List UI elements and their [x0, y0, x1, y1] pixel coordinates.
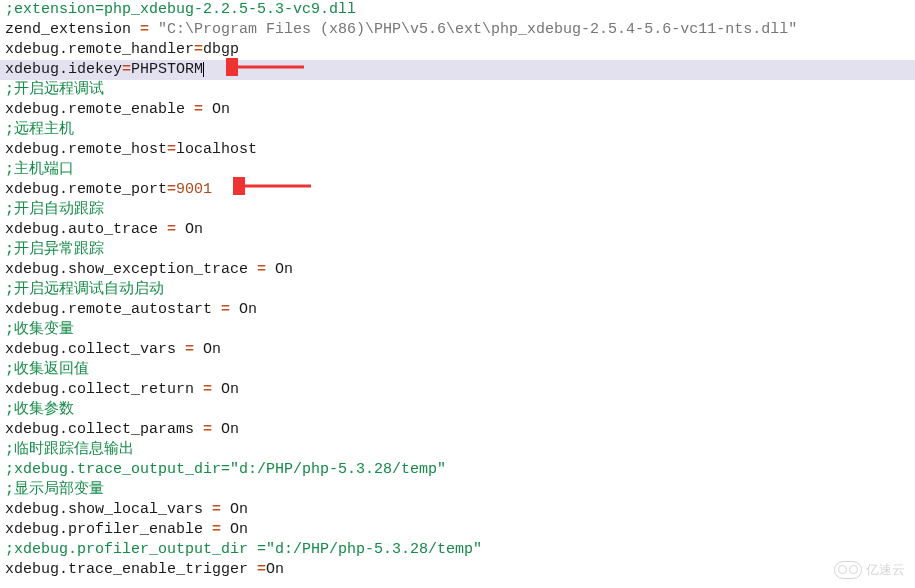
comment-text: ;xdebug.profiler_output_dir ="d:/PHP/php…: [5, 541, 482, 558]
equals-sign: =: [203, 521, 230, 538]
ini-key: xdebug.show_exception_trace: [5, 261, 248, 278]
equals-sign: =: [194, 41, 203, 58]
equals-sign: =: [248, 561, 266, 578]
code-line: ;收集变量: [0, 320, 915, 340]
ini-value: On: [221, 421, 239, 438]
ini-value: On: [266, 561, 284, 578]
text-cursor: [203, 62, 204, 77]
ini-value: On: [185, 221, 203, 238]
comment-text: ;显示局部变量: [5, 481, 104, 498]
equals-sign: =: [185, 101, 212, 118]
code-line: ;收集返回值: [0, 360, 915, 380]
ini-value: On: [230, 501, 248, 518]
code-line: xdebug.remote_autostart = On: [0, 300, 915, 320]
cloud-icon: [834, 561, 862, 579]
code-line: xdebug.remote_port=9001: [0, 180, 915, 200]
code-line: xdebug.show_local_vars = On: [0, 500, 915, 520]
code-line: zend_extension = "C:\Program Files (x86)…: [0, 20, 915, 40]
equals-sign: =: [167, 181, 176, 198]
ini-key: xdebug.idekey: [5, 61, 122, 78]
code-line: ;xdebug.trace_output_dir="d:/PHP/php-5.3…: [0, 460, 915, 480]
code-line: xdebug.auto_trace = On: [0, 220, 915, 240]
comment-text: ;开启远程调试自动启动: [5, 281, 164, 298]
ini-key: xdebug.remote_port: [5, 181, 167, 198]
comment-text: ;开启远程调试: [5, 81, 104, 98]
code-line: xdebug.show_exception_trace = On: [0, 260, 915, 280]
ini-key: xdebug.collect_return: [5, 381, 194, 398]
code-line: xdebug.idekey=PHPSTORM: [0, 60, 915, 80]
code-line: ;开启异常跟踪: [0, 240, 915, 260]
code-line: xdebug.remote_handler=dbgp: [0, 40, 915, 60]
comment-text: ;临时跟踪信息输出: [5, 441, 134, 458]
ini-key: xdebug.remote_enable: [5, 101, 185, 118]
code-line: ;收集参数: [0, 400, 915, 420]
equals-sign: =: [122, 61, 131, 78]
code-line: xdebug.collect_return = On: [0, 380, 915, 400]
ini-key: xdebug.collect_vars: [5, 341, 176, 358]
ini-value: dbgp: [203, 41, 239, 58]
code-line: xdebug.profiler_enable = On: [0, 520, 915, 540]
code-line: xdebug.trace_enable_trigger =On: [0, 560, 915, 580]
watermark: 亿速云: [834, 560, 905, 580]
comment-text: ;收集参数: [5, 401, 74, 418]
code-line: xdebug.remote_enable = On: [0, 100, 915, 120]
ini-value: On: [203, 341, 221, 358]
comment-text: ;主机端口: [5, 161, 74, 178]
ini-value: "C:\Program Files (x86)\PHP\v5.6\ext\php…: [158, 21, 797, 38]
ini-value: 9001: [176, 181, 212, 198]
annotation-arrow: [233, 177, 313, 195]
code-line: xdebug.collect_vars = On: [0, 340, 915, 360]
comment-text: ;开启异常跟踪: [5, 241, 104, 258]
equals-sign: =: [167, 141, 176, 158]
comment-text: ;远程主机: [5, 121, 74, 138]
ini-key: xdebug.profiler_enable: [5, 521, 203, 538]
ini-value: On: [239, 301, 257, 318]
ini-key: xdebug.show_local_vars: [5, 501, 203, 518]
code-line: xdebug.collect_params = On: [0, 420, 915, 440]
equals-sign: =: [194, 421, 221, 438]
ini-value: localhost: [176, 141, 257, 158]
code-line: ;xdebug.profiler_output_dir ="d:/PHP/php…: [0, 540, 915, 560]
comment-text: ;收集返回值: [5, 361, 89, 378]
code-line: xdebug.remote_host=localhost: [0, 140, 915, 160]
code-line: ;主机端口: [0, 160, 915, 180]
ini-value: On: [221, 381, 239, 398]
ini-value: PHPSTORM: [131, 61, 203, 78]
ini-key: xdebug.trace_enable_trigger: [5, 561, 248, 578]
code-line: ;显示局部变量: [0, 480, 915, 500]
code-line: ;远程主机: [0, 120, 915, 140]
equals-sign: =: [158, 221, 185, 238]
equals-sign: =: [212, 301, 239, 318]
ini-key: xdebug.collect_params: [5, 421, 194, 438]
code-block: ;extension=php_xdebug-2.2.5-5.3-vc9.dllz…: [0, 0, 915, 580]
ini-key: zend_extension: [5, 21, 131, 38]
ini-value: On: [212, 101, 230, 118]
equals-sign: =: [194, 381, 221, 398]
equals-sign: =: [248, 261, 275, 278]
code-line: ;开启自动跟踪: [0, 200, 915, 220]
equals-sign: =: [203, 501, 230, 518]
ini-value: On: [230, 521, 248, 538]
ini-value: On: [275, 261, 293, 278]
code-line: ;临时跟踪信息输出: [0, 440, 915, 460]
equals-sign: =: [131, 21, 158, 38]
comment-text: ;extension=php_xdebug-2.2.5-5.3-vc9.dll: [5, 1, 356, 18]
comment-text: ;收集变量: [5, 321, 74, 338]
watermark-text: 亿速云: [866, 560, 905, 580]
annotation-arrow: [226, 58, 306, 76]
ini-key: xdebug.remote_handler: [5, 41, 194, 58]
equals-sign: =: [176, 341, 203, 358]
ini-key: xdebug.remote_host: [5, 141, 167, 158]
ini-key: xdebug.auto_trace: [5, 221, 158, 238]
comment-text: ;xdebug.trace_output_dir="d:/PHP/php-5.3…: [5, 461, 446, 478]
code-line: ;开启远程调试自动启动: [0, 280, 915, 300]
code-line: ;extension=php_xdebug-2.2.5-5.3-vc9.dll: [0, 0, 915, 20]
ini-key: xdebug.remote_autostart: [5, 301, 212, 318]
code-line: ;开启远程调试: [0, 80, 915, 100]
comment-text: ;开启自动跟踪: [5, 201, 104, 218]
